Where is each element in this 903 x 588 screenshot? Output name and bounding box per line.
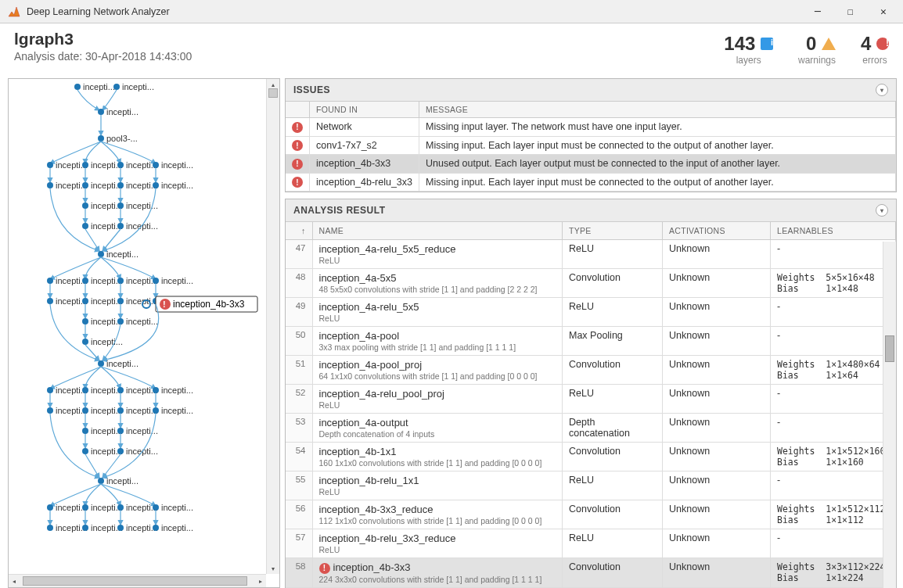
col-index[interactable]: ↑ bbox=[286, 222, 312, 240]
maximize-button[interactable]: ☐ bbox=[834, 1, 867, 23]
svg-point-36 bbox=[82, 278, 88, 284]
issue-row[interactable]: ! conv1-7x7_s2 Missing input. Each layer… bbox=[286, 136, 896, 155]
issue-row[interactable]: ! inception_4b-relu_3x3 Missing input. E… bbox=[286, 173, 896, 192]
col-name[interactable]: NAME bbox=[312, 222, 563, 240]
svg-point-32 bbox=[98, 251, 104, 257]
svg-point-50 bbox=[82, 318, 88, 324]
col-message[interactable]: MESSAGE bbox=[419, 102, 896, 118]
svg-point-40 bbox=[153, 278, 159, 284]
svg-point-28 bbox=[82, 223, 88, 229]
row-activations: Unknown bbox=[663, 471, 771, 500]
issue-row[interactable]: ! inception_4b-3x3 Unused output. Each l… bbox=[286, 155, 896, 174]
row-name: !inception_4b-3x3224 3x3x0 convolutions … bbox=[312, 558, 563, 588]
stat-warnings: 0 warnings bbox=[798, 33, 836, 66]
svg-text:incepti...: incepti... bbox=[161, 503, 193, 512]
svg-text:incepti...: incepti... bbox=[161, 406, 193, 415]
row-activations: Unknown bbox=[663, 385, 771, 414]
result-row[interactable]: 49 inception_4a-relu_5x5ReLU ReLU Unknow… bbox=[286, 298, 896, 327]
results-vertical-scrollbar[interactable] bbox=[883, 242, 896, 588]
row-learnables: - bbox=[771, 298, 896, 327]
svg-text:inception_4b-3x3: inception_4b-3x3 bbox=[173, 299, 245, 310]
issue-row[interactable]: ! Network Missing input layer. The netwo… bbox=[286, 118, 896, 137]
row-index: 52 bbox=[286, 385, 312, 414]
result-row[interactable]: 56 inception_4b-3x3_reduce112 1x1x0 conv… bbox=[286, 500, 896, 529]
result-row[interactable]: 57 inception_4b-relu_3x3_reduceReLU ReLU… bbox=[286, 529, 896, 558]
svg-point-67 bbox=[117, 387, 124, 393]
row-learnables: Weights 1×1×512×160 Bias 1×1×160 bbox=[771, 443, 896, 471]
row-learnables: Weights 1×1×512×112 Bias 1×1×112 bbox=[771, 500, 896, 529]
col-type[interactable]: TYPE bbox=[563, 222, 663, 240]
result-row[interactable]: 58 !inception_4b-3x3224 3x3x0 convolutio… bbox=[286, 558, 896, 588]
col-found-in[interactable]: FOUND IN bbox=[310, 102, 419, 118]
result-row[interactable]: 54 inception_4b-1x1160 1x1x0 convolution… bbox=[286, 443, 896, 471]
error-icon: ! bbox=[292, 177, 303, 188]
svg-point-87 bbox=[98, 478, 104, 484]
svg-point-34 bbox=[47, 278, 53, 284]
row-index: 47 bbox=[286, 240, 312, 269]
svg-point-73 bbox=[82, 407, 88, 414]
info-icon: i bbox=[761, 38, 773, 50]
graph-horizontal-scrollbar[interactable]: ◂ ▸ bbox=[9, 574, 266, 587]
row-type: ReLU bbox=[563, 385, 663, 414]
error-icon: ! bbox=[876, 38, 889, 50]
error-icon: ! bbox=[292, 122, 303, 133]
graph-vertical-scrollbar[interactable]: ▴ ▾ bbox=[266, 79, 279, 574]
svg-point-59 bbox=[82, 339, 88, 345]
result-row[interactable]: 48 inception_4a-5x548 5x5x0 convolutions… bbox=[286, 269, 896, 298]
issue-found-in: Network bbox=[310, 118, 419, 137]
svg-point-95 bbox=[153, 504, 159, 511]
svg-text:incepti...: incepti... bbox=[161, 181, 193, 190]
row-activations: Unknown bbox=[663, 298, 771, 327]
row-index: 58 bbox=[286, 558, 312, 588]
results-panel: ANALYSIS RESULT ▾ ↑ NAME TYPE ACTIVATION… bbox=[285, 199, 897, 588]
svg-point-12 bbox=[117, 162, 124, 168]
svg-text:pool3-...: pool3-... bbox=[106, 134, 138, 143]
row-activations: Unknown bbox=[663, 327, 771, 356]
row-type: ReLU bbox=[563, 298, 663, 327]
issue-message: Missing input. Each layer input must be … bbox=[419, 136, 896, 155]
result-row[interactable]: 50 inception_4a-pool3x3 max pooling with… bbox=[286, 327, 896, 356]
row-index: 54 bbox=[286, 443, 312, 471]
issues-title: ISSUES bbox=[293, 84, 330, 95]
svg-point-101 bbox=[117, 525, 124, 531]
titlebar: Deep Learning Network Analyzer ─ ☐ ✕ bbox=[0, 0, 903, 23]
header: lgraph3 Analysis date: 30-Apr-2018 14:43… bbox=[0, 23, 903, 72]
col-learnables[interactable]: LEARNABLES bbox=[771, 222, 896, 240]
svg-point-8 bbox=[47, 162, 53, 168]
svg-point-0 bbox=[74, 84, 81, 90]
svg-text:!: ! bbox=[163, 299, 166, 309]
svg-point-46 bbox=[117, 298, 124, 304]
result-row[interactable]: 55 inception_4b-relu_1x1ReLU ReLU Unknow… bbox=[286, 471, 896, 500]
svg-point-6 bbox=[98, 135, 104, 142]
graph-panel[interactable]: incepti... incepti... incepti... pool3-.… bbox=[8, 78, 280, 588]
result-row[interactable]: 53 inception_4a-outputDepth concatenatio… bbox=[286, 414, 896, 443]
svg-point-71 bbox=[47, 407, 53, 414]
row-activations: Unknown bbox=[663, 356, 771, 385]
window-title: Deep Learning Network Analyzer bbox=[27, 6, 801, 17]
minimize-button[interactable]: ─ bbox=[801, 1, 834, 23]
row-index: 55 bbox=[286, 471, 312, 500]
result-row[interactable]: 52 inception_4a-relu_pool_projReLU ReLU … bbox=[286, 385, 896, 414]
row-activations: Unknown bbox=[663, 558, 771, 588]
matlab-logo-icon bbox=[6, 4, 22, 20]
svg-point-89 bbox=[47, 504, 53, 511]
collapse-issues-button[interactable]: ▾ bbox=[876, 84, 888, 96]
svg-point-24 bbox=[82, 203, 88, 209]
row-name: inception_4b-1x1160 1x1x0 convolutions w… bbox=[312, 443, 563, 471]
row-type: Convolution bbox=[563, 356, 663, 385]
col-activations[interactable]: ACTIVATIONS bbox=[663, 222, 771, 240]
svg-point-42 bbox=[47, 298, 53, 304]
issue-message: Unused output. Each layer output must be… bbox=[419, 155, 896, 174]
issue-found-in: inception_4b-3x3 bbox=[310, 155, 419, 174]
result-row[interactable]: 51 inception_4a-pool_proj64 1x1x0 convol… bbox=[286, 356, 896, 385]
row-name: inception_4a-relu_5x5ReLU bbox=[312, 298, 563, 327]
result-row[interactable]: 47 inception_4a-relu_5x5_reduceReLU ReLU… bbox=[286, 240, 896, 269]
row-index: 51 bbox=[286, 356, 312, 385]
collapse-results-button[interactable]: ▾ bbox=[876, 204, 888, 217]
svg-point-97 bbox=[47, 525, 53, 531]
svg-point-79 bbox=[82, 428, 88, 434]
stat-errors: 4 ! errors bbox=[861, 33, 889, 66]
svg-point-18 bbox=[82, 182, 88, 188]
row-name: inception_4a-pool_proj64 1x1x0 convoluti… bbox=[312, 356, 563, 385]
close-button[interactable]: ✕ bbox=[867, 1, 900, 23]
